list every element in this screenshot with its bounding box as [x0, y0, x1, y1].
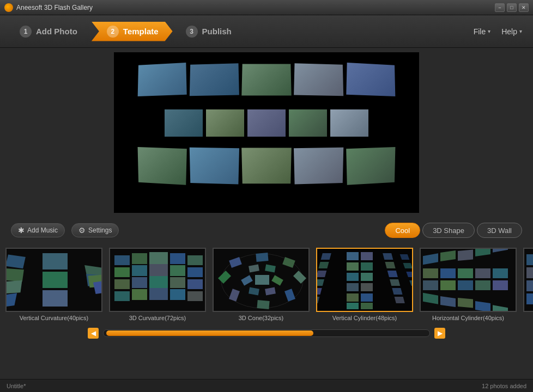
- app-icon: [4, 3, 13, 12]
- minimize-button[interactable]: −: [495, 3, 505, 12]
- svg-rect-5: [43, 253, 68, 270]
- title-bar: Aneesoft 3D Flash Gallery − □ ✕: [0, 0, 533, 15]
- svg-rect-62: [347, 303, 359, 309]
- svg-rect-51: [321, 253, 331, 260]
- template-3d-cone[interactable]: 3D Cone(32pics): [213, 248, 310, 321]
- svg-rect-32: [187, 291, 203, 301]
- step-label-3: Publish: [202, 27, 232, 36]
- step-label-1: Add Photo: [36, 27, 77, 36]
- svg-rect-99: [458, 298, 473, 308]
- file-menu[interactable]: File ▾: [474, 27, 491, 36]
- add-music-label: Add Music: [27, 226, 58, 234]
- svg-rect-35: [256, 253, 268, 262]
- svg-rect-69: [383, 253, 393, 260]
- gallery-thumb: [190, 63, 239, 96]
- svg-rect-15: [149, 252, 168, 264]
- settings-button[interactable]: ⚙ Settings: [71, 223, 119, 237]
- template-horizontal-cylinder[interactable]: Horizontal Cylinder(40pics): [420, 248, 517, 321]
- template-svg-4: [317, 249, 413, 312]
- scroll-track[interactable]: [103, 329, 430, 337]
- step-add-photo[interactable]: 1 Add Photo: [11, 22, 92, 41]
- svg-rect-29: [132, 289, 147, 300]
- music-icon: ✱: [18, 226, 25, 235]
- svg-rect-22: [187, 267, 203, 277]
- scroll-left-arrow[interactable]: ◀: [88, 328, 99, 339]
- template-partial[interactable]: 3D...: [523, 248, 533, 321]
- template-label-5: Horizontal Cylinder(40pics): [432, 315, 504, 321]
- template-svg-1: [7, 249, 102, 312]
- tab-3dshape-label: 3D Shape: [433, 226, 464, 235]
- svg-rect-88: [440, 268, 456, 278]
- gallery-thumb: [289, 109, 327, 137]
- gallery-thumb: [241, 64, 291, 95]
- help-menu[interactable]: Help ▾: [501, 27, 522, 36]
- svg-rect-39: [257, 300, 269, 309]
- svg-rect-103: [526, 254, 533, 265]
- template-vertical-curvature[interactable]: Vertical Curvature(40pics): [5, 248, 102, 321]
- svg-rect-1: [7, 254, 26, 268]
- step-template[interactable]: 2 Template: [92, 22, 173, 41]
- help-menu-arrow: ▾: [519, 28, 522, 34]
- file-menu-label: File: [474, 27, 486, 36]
- step-num-3: 3: [186, 26, 198, 38]
- svg-rect-90: [475, 268, 490, 278]
- gallery-row-top: [133, 63, 400, 96]
- svg-rect-105: [526, 267, 533, 278]
- scroll-thumb[interactable]: [106, 330, 313, 336]
- svg-rect-52: [318, 262, 329, 268]
- window-controls[interactable]: − □ ✕: [495, 3, 529, 12]
- svg-rect-57: [347, 252, 359, 260]
- svg-rect-96: [493, 280, 508, 290]
- svg-rect-7: [43, 290, 68, 307]
- tab-3dshape[interactable]: 3D Shape: [422, 223, 475, 238]
- template-label-1: Vertical Curvature(40pics): [20, 315, 89, 321]
- svg-rect-20: [149, 264, 168, 276]
- add-music-button[interactable]: ✱ Add Music: [11, 223, 65, 237]
- gallery-row-mid: [158, 109, 375, 137]
- template-svg-2: [110, 249, 206, 312]
- gallery-thumb: [346, 147, 395, 185]
- svg-rect-49: [255, 275, 269, 285]
- svg-rect-6: [43, 272, 68, 288]
- settings-icon: ⚙: [78, 226, 86, 235]
- maximize-button[interactable]: □: [507, 3, 517, 12]
- gallery-thumb: [138, 147, 187, 185]
- svg-rect-25: [149, 276, 168, 288]
- svg-rect-26: [170, 277, 185, 288]
- tab-cool[interactable]: Cool: [385, 223, 420, 238]
- svg-rect-61: [347, 293, 359, 302]
- step-num-1: 1: [20, 26, 32, 38]
- step-publish[interactable]: 3 Publish: [173, 22, 241, 41]
- close-button[interactable]: ✕: [519, 3, 529, 12]
- tab-3dwall[interactable]: 3D Wall: [477, 223, 522, 238]
- svg-rect-2: [7, 268, 24, 281]
- svg-rect-16: [170, 253, 185, 264]
- tab-3dwall-label: 3D Wall: [487, 226, 512, 235]
- template-vertical-cylinder[interactable]: Vertical Cylinder(48pics): [316, 248, 413, 321]
- tab-cool-label: Cool: [395, 226, 410, 235]
- svg-rect-79: [413, 289, 413, 295]
- help-menu-label: Help: [501, 27, 517, 36]
- svg-rect-87: [423, 268, 438, 278]
- gallery-thumb: [190, 148, 239, 185]
- title-text: Aneesoft 3D Flash Gallery: [16, 4, 93, 11]
- svg-rect-70: [385, 262, 395, 268]
- template-3d-curvature[interactable]: 3D Curvature(72pics): [109, 248, 206, 321]
- template-label-2: 3D Curvature(72pics): [129, 315, 186, 321]
- svg-rect-73: [392, 288, 402, 295]
- svg-rect-84: [458, 250, 473, 261]
- templates-area: Vertical Curvature(40pics): [0, 243, 533, 323]
- svg-rect-94: [458, 280, 473, 290]
- gallery-thumb: [247, 109, 286, 137]
- svg-rect-89: [458, 268, 473, 278]
- svg-rect-109: [526, 293, 533, 304]
- template-svg-6: [524, 249, 533, 312]
- svg-rect-107: [526, 280, 533, 291]
- gallery-preview: [114, 52, 419, 213]
- steps-nav: 1 Add Photo 2 Template 3 Publish: [11, 22, 241, 41]
- gallery-thumb: [294, 63, 343, 96]
- svg-rect-31: [170, 289, 185, 300]
- svg-rect-65: [361, 273, 373, 281]
- scroll-right-arrow[interactable]: ▶: [434, 328, 445, 339]
- svg-rect-28: [114, 291, 130, 301]
